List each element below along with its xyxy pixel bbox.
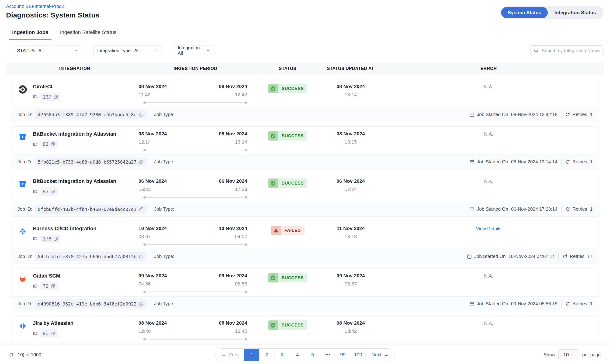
footer-divider: [150, 300, 150, 308]
status-filter-dropdown[interactable]: STATUS : All: [13, 45, 82, 56]
copy-id-icon[interactable]: [53, 95, 58, 99]
results-summary: (1 - 10) of 1000: [9, 352, 41, 357]
status-filter-label: STATUS : All: [17, 48, 44, 53]
period-end: 06 Nov 2024 17:23: [219, 178, 247, 192]
account-link[interactable]: Account: SEI-Internal-Prod2: [6, 4, 99, 9]
status-badge: SUCCESS: [268, 320, 307, 330]
period-end-date: 06 Nov 2024: [219, 178, 247, 184]
arrow-left-icon: ←: [221, 352, 226, 357]
page-button[interactable]: 5: [305, 349, 320, 361]
copy-job-id-icon[interactable]: [139, 207, 144, 212]
integration-type-filter-dropdown[interactable]: Integration Type : All: [93, 45, 162, 56]
job-id-badge: d4990816-952e-419e-bdb6-34f6ef2d0922: [35, 299, 146, 308]
job-type-label: Job Type:: [154, 112, 174, 117]
error-cell: View Details: [476, 226, 502, 231]
period-start-time: 12:40: [138, 328, 167, 334]
job-started-on-value: 06-Nov-2024 17:23:14: [511, 207, 557, 212]
period-start-date: 08 Nov 2024: [138, 320, 167, 326]
period-end: 10 Nov 2024 04:07: [219, 226, 247, 239]
period-dates: 08 Nov 2024 11:42 08 Nov 2024 12:42: [138, 84, 247, 97]
error-cell: N.A.: [484, 131, 493, 137]
tab-ingestion-satellite-status[interactable]: Ingestion Satellite Status: [60, 25, 116, 40]
ingestion-period-cell: 09 Nov 2024 04:56 09 Nov 2024 05:56: [138, 273, 253, 293]
search-input[interactable]: [542, 48, 600, 53]
page-button[interactable]: 100: [350, 349, 366, 361]
integration-id-badge: 137: [40, 93, 60, 101]
page-size-select[interactable]: 10: [558, 349, 579, 360]
status-text: SUCCESS: [278, 179, 307, 188]
page-ellipsis[interactable]: •••: [320, 349, 335, 361]
copy-job-id-icon[interactable]: [139, 254, 144, 259]
period-start: 09 Nov 2024 04:56: [138, 273, 167, 287]
integration-id-badge: 83: [40, 187, 57, 196]
integration-cell: BitBucket integration by Atlassian ID: 8…: [12, 131, 138, 151]
status-text: SUCCESS: [278, 273, 307, 282]
page-button[interactable]: 4: [290, 349, 305, 361]
page-button[interactable]: 3: [275, 349, 290, 361]
page-button[interactable]: 2: [260, 349, 275, 361]
status-cell: SUCCESS: [253, 273, 323, 293]
period-start-date: 08 Nov 2024: [138, 84, 167, 89]
ingestion-timeline: [144, 101, 247, 104]
id-label: ID:: [33, 142, 39, 147]
footer-right: Job Started On 08-Nov-2024 12:42:18 Retr…: [469, 111, 593, 119]
error-cell: N.A.: [484, 273, 493, 278]
footer-divider: [561, 300, 561, 308]
copy-job-id-icon[interactable]: [139, 301, 144, 306]
prev-page-button[interactable]: ← Prev: [215, 349, 244, 361]
integration-name: Gitlab SCM: [33, 273, 60, 279]
column-header-integration: INTEGRATION: [11, 66, 138, 71]
copy-job-id-icon[interactable]: [139, 160, 144, 164]
period-start: 08 Nov 2024 11:42: [138, 84, 167, 97]
ingestion-timeline: [144, 338, 247, 340]
integration-status-toggle-button[interactable]: Integration Status: [548, 7, 603, 18]
period-start-date: 08 Nov 2024: [138, 131, 167, 137]
arrow-right-icon: →: [384, 352, 389, 357]
error-column-cell: N.A.: [379, 273, 598, 293]
job-id-label: Job ID:: [17, 207, 32, 212]
next-page-button[interactable]: Next →: [366, 349, 395, 361]
timeline-end-dot: [245, 243, 247, 246]
integration-info: BitBucket integration by Atlassian ID: 8…: [33, 131, 116, 151]
prev-label: Prev: [228, 352, 239, 357]
period-end-time: 17:23: [219, 186, 247, 192]
copy-id-icon[interactable]: [51, 142, 55, 147]
job-type-label: Job Type:: [154, 159, 174, 165]
page-header: Account: SEI-Internal-Prod2 Diagnostics:…: [0, 0, 610, 25]
copy-id-icon[interactable]: [53, 236, 58, 241]
timeline-end-dot: [245, 338, 247, 340]
status-text: SUCCESS: [278, 320, 307, 330]
integration-filter-dropdown[interactable]: Integration : All: [174, 45, 214, 56]
copy-id-icon[interactable]: [51, 284, 55, 288]
job-type-label: Job Type:: [154, 301, 174, 306]
ingestion-job-card: CircleCI ID: 137 08 Nov 2024 11:42: [11, 79, 599, 122]
system-status-toggle-button[interactable]: System Status: [501, 7, 548, 18]
retries-icon: [562, 254, 567, 259]
integration-id-value: 90: [43, 330, 48, 337]
status-text: SUCCESS: [278, 84, 307, 93]
integration-id-badge: 79: [40, 282, 57, 290]
integration-id-row: ID: 83: [33, 140, 116, 148]
page-button[interactable]: 99: [335, 349, 350, 361]
retries-count: 1: [590, 301, 593, 306]
tab-ingestion-jobs[interactable]: Ingestion Jobs: [12, 25, 48, 40]
job-started-on-label: Job Started On: [477, 301, 508, 306]
integration-icon: [18, 180, 27, 189]
status-text: SUCCESS: [278, 131, 307, 141]
retries-count: 17: [587, 254, 593, 259]
job-started-on-label: Job Started On: [474, 254, 506, 259]
retries-icon: [565, 301, 570, 306]
copy-id-icon[interactable]: [51, 331, 55, 336]
column-header-ingestion-period: INGESTION PERIOD: [138, 66, 252, 71]
page-button[interactable]: 1: [244, 349, 260, 361]
next-label: Next: [371, 352, 382, 357]
show-label: Show: [544, 352, 555, 357]
copy-id-icon[interactable]: [51, 189, 55, 194]
copy-job-id-icon[interactable]: [139, 112, 144, 117]
status-updated-cell: 09 Nov 2024 05:57: [323, 273, 379, 293]
status-updated-time: 13:15: [323, 139, 379, 145]
job-card-footer: Job ID: 5fb821e5-b733-4a83-a0d8-b6572584…: [12, 155, 598, 169]
calendar-icon: [467, 254, 472, 259]
status-updated-cell: 11 Nov 2024 18:18: [323, 225, 379, 246]
period-end: 08 Nov 2024 13:14: [219, 131, 247, 145]
